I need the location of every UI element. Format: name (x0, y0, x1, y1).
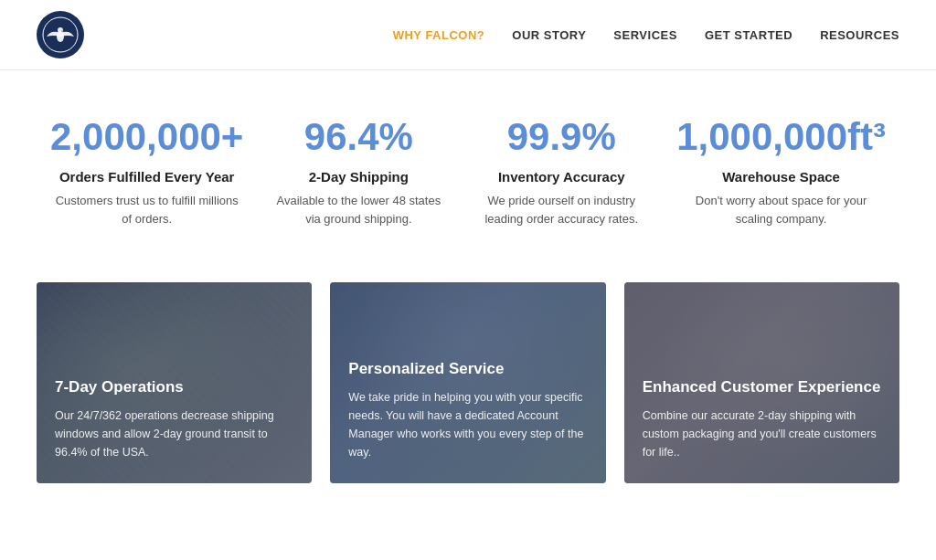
stat-number-warehouse: 1,000,000ft³ (676, 116, 886, 158)
card-title-service: Personalized Service (348, 359, 587, 379)
card-content-3: Enhanced Customer Experience Combine our… (624, 359, 899, 483)
card-title-experience: Enhanced Customer Experience (643, 377, 881, 397)
stat-desc-orders: Customers trust us to fulfill millions o… (50, 192, 243, 227)
card-desc-operations: Our 24/7/362 operations decrease shippin… (55, 407, 293, 461)
stat-label-shipping: 2-Day Shipping (271, 169, 446, 185)
stat-label-accuracy: Inventory Accuracy (473, 169, 649, 185)
stat-item-warehouse: 1,000,000ft³ Warehouse Space Don't worry… (663, 116, 899, 227)
stats-grid: 2,000,000+ Orders Fulfilled Every Year C… (37, 116, 899, 227)
stat-desc-accuracy: We pride ourself on industry leading ord… (473, 192, 649, 227)
nav-get-started[interactable]: GET STARTED (705, 28, 792, 42)
stat-label-orders: Orders Fulfilled Every Year (50, 169, 243, 185)
stats-section: 2,000,000+ Orders Fulfilled Every Year C… (0, 70, 936, 282)
stat-item-accuracy: 99.9% Inventory Accuracy We pride oursel… (460, 116, 663, 227)
logo-area (37, 11, 93, 58)
nav-resources[interactable]: RESOURCES (820, 28, 899, 42)
stat-number-orders: 2,000,000+ (50, 116, 243, 158)
stat-item-orders: 2,000,000+ Orders Fulfilled Every Year C… (37, 116, 257, 227)
stat-item-shipping: 96.4% 2-Day Shipping Available to the lo… (257, 116, 460, 227)
cards-section: 7-Day Operations Our 24/7/362 operations… (0, 282, 936, 520)
nav-why-falcon[interactable]: WHY FALCON? (393, 28, 485, 42)
stat-label-warehouse: Warehouse Space (676, 169, 886, 185)
card-title-operations: 7-Day Operations (55, 377, 293, 397)
card-operations: 7-Day Operations Our 24/7/362 operations… (37, 282, 312, 483)
card-content-1: 7-Day Operations Our 24/7/362 operations… (37, 359, 312, 483)
svg-point-2 (58, 27, 63, 33)
logo-icon (37, 11, 84, 58)
card-content-2: Personalized Service We take pride in he… (330, 341, 605, 483)
site-header: WHY FALCON? OUR STORY SERVICES GET START… (0, 0, 936, 70)
nav-our-story[interactable]: OUR STORY (512, 28, 586, 42)
stat-number-accuracy: 99.9% (473, 116, 649, 158)
nav-services[interactable]: SERVICES (613, 28, 677, 42)
card-desc-experience: Combine our accurate 2-day shipping with… (643, 407, 881, 461)
stat-number-shipping: 96.4% (271, 116, 446, 158)
card-service: Personalized Service We take pride in he… (330, 282, 605, 483)
main-nav: WHY FALCON? OUR STORY SERVICES GET START… (393, 28, 899, 42)
card-experience: Enhanced Customer Experience Combine our… (624, 282, 899, 483)
card-desc-service: We take pride in helping you with your s… (348, 388, 587, 461)
stat-desc-shipping: Available to the lower 48 states via gro… (271, 192, 446, 227)
stat-desc-warehouse: Don't worry about space for your scaling… (676, 192, 886, 227)
